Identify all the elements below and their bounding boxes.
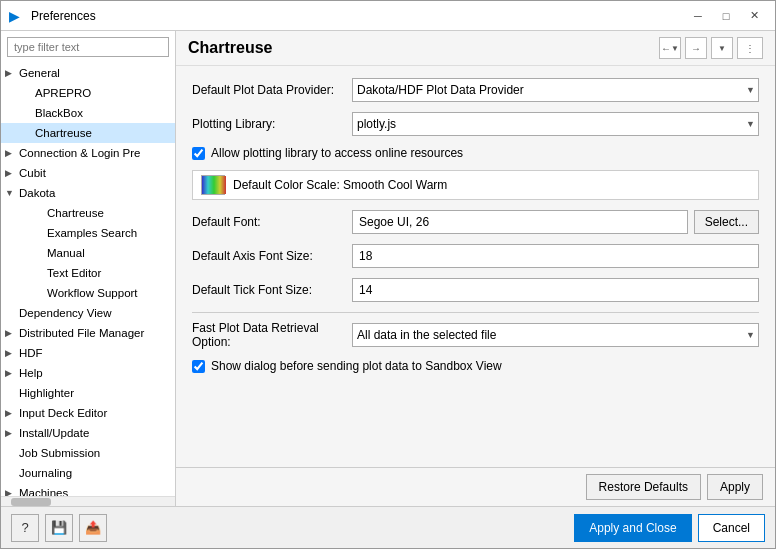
tree-label: BlackBox	[35, 107, 83, 119]
svg-rect-0	[202, 176, 226, 194]
tree-item-workflow-support[interactable]: Workflow Support	[1, 283, 175, 303]
arrow-icon: ▶	[5, 328, 19, 338]
maximize-button[interactable]: □	[713, 5, 739, 27]
arrow-icon: ▶	[5, 488, 19, 496]
tree-item-highlighter[interactable]: Highlighter	[1, 383, 175, 403]
export-icon: 📤	[85, 520, 101, 535]
tree-item-examples-search[interactable]: Examples Search	[1, 223, 175, 243]
tree-label: Manual	[47, 247, 85, 259]
close-button[interactable]: ✕	[741, 5, 767, 27]
title-bar-controls: ─ □ ✕	[685, 5, 767, 27]
tree-label: Help	[19, 367, 43, 379]
help-icon-button[interactable]: ?	[11, 514, 39, 542]
fast-plot-retrieval-select-wrapper: All data in the selected file ▼	[352, 323, 759, 347]
tree-item-chartreuse-top[interactable]: Chartreuse	[1, 123, 175, 143]
panel-nav: ← ▼ → ▼ ⋮	[659, 37, 763, 59]
tree-label: Job Submission	[19, 447, 100, 459]
tree-label: Chartreuse	[47, 207, 104, 219]
bottom-right-buttons: Apply and Close Cancel	[574, 514, 765, 542]
tree-item-chartreuse-dakota[interactable]: Chartreuse	[1, 203, 175, 223]
plotting-library-row: Plotting Library: plotly.js ▼	[192, 112, 759, 136]
minimize-button[interactable]: ─	[685, 5, 711, 27]
horizontal-scrollbar[interactable]	[1, 496, 175, 506]
tree-item-aprepro[interactable]: APREPRO	[1, 83, 175, 103]
axis-font-size-input[interactable]	[352, 244, 759, 268]
panel-footer: Restore Defaults Apply	[176, 467, 775, 506]
arrow-icon: ▼	[5, 188, 19, 198]
tree-item-manual[interactable]: Manual	[1, 243, 175, 263]
tree-item-machines[interactable]: ▶ Machines	[1, 483, 175, 496]
nav-dropdown-button[interactable]: ▼	[711, 37, 733, 59]
apply-button[interactable]: Apply	[707, 474, 763, 500]
allow-online-label: Allow plotting library to access online …	[211, 146, 463, 160]
color-scale-row[interactable]: Default Color Scale: Smooth Cool Warm	[192, 170, 759, 200]
forward-dropdown-icon: ▼	[718, 44, 726, 53]
tree-label: APREPRO	[35, 87, 91, 99]
tree-item-general[interactable]: ▶ General	[1, 63, 175, 83]
arrow-icon: ▶	[5, 148, 19, 158]
nav-back-button[interactable]: ← ▼	[659, 37, 681, 59]
help-icon: ?	[21, 520, 28, 535]
tick-font-size-label: Default Tick Font Size:	[192, 283, 352, 297]
right-panel: Chartreuse ← ▼ → ▼ ⋮ Default Plot Data	[176, 31, 775, 506]
fast-plot-retrieval-row: Fast Plot Data Retrieval Option: All dat…	[192, 321, 759, 349]
tree-item-dakota[interactable]: ▼ Dakota	[1, 183, 175, 203]
nav-menu-button[interactable]: ⋮	[737, 37, 763, 59]
tree-label: Machines	[19, 487, 68, 496]
plotting-library-select[interactable]: plotly.js	[352, 112, 759, 136]
tree-label: Journaling	[19, 467, 72, 479]
restore-defaults-button[interactable]: Restore Defaults	[586, 474, 701, 500]
filter-input[interactable]	[7, 37, 169, 57]
default-plot-provider-label: Default Plot Data Provider:	[192, 83, 352, 97]
allow-online-checkbox[interactable]	[192, 147, 205, 160]
back-dropdown-icon: ▼	[671, 44, 679, 53]
arrow-icon: ▶	[5, 168, 19, 178]
nav-forward-button[interactable]: →	[685, 37, 707, 59]
tree-label: Cubit	[19, 167, 46, 179]
fast-plot-retrieval-label: Fast Plot Data Retrieval Option:	[192, 321, 352, 349]
default-plot-provider-select[interactable]: Dakota/HDF Plot Data Provider	[352, 78, 759, 102]
tree-item-help[interactable]: ▶ Help	[1, 363, 175, 383]
show-dialog-checkbox[interactable]	[192, 360, 205, 373]
bottom-icons: ? 💾 📤	[11, 514, 107, 542]
tick-font-size-input[interactable]	[352, 278, 759, 302]
arrow-icon: ▶	[5, 368, 19, 378]
cancel-button[interactable]: Cancel	[698, 514, 765, 542]
save-icon-button[interactable]: 💾	[45, 514, 73, 542]
tree-label: General	[19, 67, 60, 79]
show-dialog-row: Show dialog before sending plot data to …	[192, 359, 759, 373]
sidebar: ▶ General APREPRO BlackBox Chartreuse	[1, 31, 176, 506]
tree-item-distributed-file[interactable]: ▶ Distributed File Manager	[1, 323, 175, 343]
default-plot-provider-row: Default Plot Data Provider: Dakota/HDF P…	[192, 78, 759, 102]
fast-plot-retrieval-select[interactable]: All data in the selected file	[352, 323, 759, 347]
plotting-library-select-wrapper: plotly.js ▼	[352, 112, 759, 136]
tree-item-cubit[interactable]: ▶ Cubit	[1, 163, 175, 183]
tree-label: Chartreuse	[35, 127, 92, 139]
tree-item-journaling[interactable]: Journaling	[1, 463, 175, 483]
allow-online-row: Allow plotting library to access online …	[192, 146, 759, 160]
tree-label: Workflow Support	[47, 287, 138, 299]
tree-item-install-update[interactable]: ▶ Install/Update	[1, 423, 175, 443]
tree-item-dependency-view[interactable]: Dependency View	[1, 303, 175, 323]
tree-item-blackbox[interactable]: BlackBox	[1, 103, 175, 123]
main-content: ▶ General APREPRO BlackBox Chartreuse	[1, 31, 775, 506]
tree-area: ▶ General APREPRO BlackBox Chartreuse	[1, 63, 175, 496]
color-scale-svg	[202, 176, 226, 194]
tree-label: Distributed File Manager	[19, 327, 144, 339]
tree-label: Input Deck Editor	[19, 407, 107, 419]
apply-close-button[interactable]: Apply and Close	[574, 514, 691, 542]
default-font-row: Default Font: Select...	[192, 210, 759, 234]
tree-item-job-submission[interactable]: Job Submission	[1, 443, 175, 463]
tree-label: Highlighter	[19, 387, 74, 399]
tree-item-connection[interactable]: ▶ Connection & Login Pre	[1, 143, 175, 163]
tree-item-hdf[interactable]: ▶ HDF	[1, 343, 175, 363]
export-icon-button[interactable]: 📤	[79, 514, 107, 542]
sidebar-scroll-area: ▶ General APREPRO BlackBox Chartreuse	[1, 63, 175, 496]
default-font-input[interactable]	[352, 210, 688, 234]
tree-label: Text Editor	[47, 267, 101, 279]
tree-item-text-editor[interactable]: Text Editor	[1, 263, 175, 283]
font-select-button[interactable]: Select...	[694, 210, 759, 234]
tree-label: Connection & Login Pre	[19, 147, 140, 159]
tree-item-input-deck-editor[interactable]: ▶ Input Deck Editor	[1, 403, 175, 423]
color-scale-icon	[201, 175, 225, 195]
